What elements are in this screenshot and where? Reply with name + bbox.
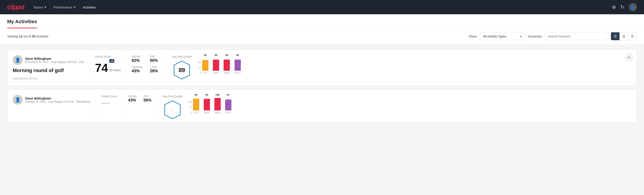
round-score-value: 74 +4 18 Holes — [95, 59, 121, 74]
score-holes: 18 Holes — [109, 68, 121, 72]
main-content: ✏ 👤 Dave Billingham December 05, 2021 · … — [0, 48, 644, 134]
hexagon: ... — [162, 100, 182, 120]
shot-quality-section: Avg Shot Quality 89 100 50 0 85OTT90APP8… — [172, 55, 241, 80]
activity-card: ✏ 👤 Dave Billingham December 05, 2021 · … — [7, 50, 637, 86]
bar-wrapper — [214, 97, 221, 110]
bar-value: 90 — [215, 54, 217, 56]
bar-label: OTT — [203, 72, 208, 74]
edit-icon: ✏ — [628, 55, 630, 60]
bar — [234, 60, 241, 71]
bar-value: 87 — [227, 94, 230, 96]
card-divider — [90, 55, 90, 80]
avatar-icon: 👤 — [15, 57, 20, 63]
nav-activities[interactable]: Activities — [83, 5, 96, 9]
activity-type-select[interactable]: All Activity Types — [480, 32, 524, 40]
bar-column: 89PUTT — [234, 54, 241, 74]
bar-value: 93 — [206, 94, 208, 96]
avg-shot-label: Avg Shot Quality — [172, 55, 192, 58]
hexagon-container: Avg Shot Quality ... — [162, 95, 182, 120]
bar-column: 85OTT — [202, 54, 208, 74]
round-score-label: Round Score — [95, 55, 121, 58]
bar-label: ARG — [215, 111, 220, 114]
chart-y-labels: 100 50 0 — [188, 100, 192, 118]
bar-wrapper — [213, 57, 219, 71]
bar-value: 89 — [236, 54, 239, 56]
bar-chart-wrapper: 100 50 0 85OTT90APP89ARG89PUTT — [197, 56, 241, 79]
fw-hit-value: 62% — [132, 58, 142, 63]
card-divider — [126, 55, 126, 80]
bar-wrapper — [224, 57, 230, 71]
up-down-stat: Up/Down 43% — [132, 66, 142, 74]
edit-button[interactable]: ✏ — [625, 53, 633, 61]
bar-column: 106ARG — [214, 94, 221, 114]
list-view-button[interactable]: ☰ — [611, 32, 620, 40]
bar-label: PUTT — [234, 72, 241, 74]
avatar-icon: 👤 — [15, 97, 20, 102]
avg-shot-label: Avg Shot Quality — [163, 95, 182, 98]
activity-card: 👤 Dave Billingham October 16, 2021 · Gog… — [7, 89, 637, 123]
bar — [204, 99, 210, 110]
keyword-input[interactable] — [545, 32, 607, 40]
gir-value: 50% — [150, 58, 161, 63]
bar-wrapper — [193, 97, 199, 110]
chevron-down-icon: ▾ — [634, 6, 636, 9]
stat-pairs: FW Hit 43% GIR 56% — [128, 95, 152, 103]
user-details: Dave Billingham October 16, 2021 · Gog M… — [25, 96, 90, 103]
refresh-icon[interactable]: ↻ — [620, 4, 624, 10]
navbar: clippd Teams ▾ Performance ▾ Activities … — [0, 0, 644, 14]
gir-label: GIR — [144, 95, 152, 98]
nav-links: Teams ▾ Performance ▾ Activities — [33, 5, 603, 9]
score-big: 74 — [95, 62, 108, 74]
logo[interactable]: clippd — [7, 4, 24, 11]
bar-chart: 94OTT93APP106ARG87PUTT — [193, 96, 232, 118]
score-big: — — [102, 99, 110, 107]
bar-column: 93APP — [204, 94, 210, 114]
bar-value: 106 — [216, 94, 220, 96]
chevron-down-icon: ▾ — [74, 5, 76, 9]
user-date: December 05, 2021 · Gog Magog Golf Club … — [25, 60, 84, 64]
bar-value: 85 — [204, 54, 207, 56]
fw-hit-stat: FW Hit 43% — [128, 95, 136, 103]
one-putt-value: 28% — [150, 69, 161, 74]
nav-performance[interactable]: Performance ▾ — [53, 5, 76, 9]
list-detail-view-button[interactable]: ☰ — [628, 32, 637, 40]
bar-label: ARG — [224, 72, 230, 74]
score-badge: +4 — [109, 59, 114, 63]
bar — [213, 60, 219, 71]
shot-quality-section: Avg Shot Quality ... 100 50 0 94OTT93APP… — [162, 95, 232, 120]
bar-wrapper — [234, 57, 241, 71]
stat-pairs: FW Hit 62% GIR 50% Up/Down 43% 1 Putt 28… — [132, 55, 161, 74]
filter-show: Show: All Activity Types — [469, 32, 524, 40]
gir-stat: GIR 50% — [150, 55, 161, 63]
activity-title: Morning round of golf — [13, 68, 84, 74]
add-icon[interactable]: ⊕ — [612, 4, 616, 10]
list-compact-icon: ☰ — [614, 34, 617, 38]
avatar-icon: 👤 — [630, 5, 634, 9]
card-divider — [157, 95, 157, 120]
round-score-section: Round Score — — [102, 95, 117, 107]
activity-type-wrapper: All Activity Types — [480, 32, 524, 40]
bar — [193, 98, 199, 110]
user-details: Dave Billingham December 05, 2021 · Gog … — [25, 57, 84, 64]
grid-view-button[interactable]: ⊞ — [620, 32, 628, 40]
round-score-label: Round Score — [102, 95, 117, 98]
nav-teams[interactable]: Teams ▾ — [33, 5, 46, 9]
gir-label: GIR — [150, 55, 161, 58]
one-putt-stat: 1 Putt 28% — [150, 66, 161, 74]
up-down-label: Up/Down — [132, 66, 142, 69]
bar-column: 90APP — [213, 54, 219, 74]
bar — [202, 60, 208, 71]
bar-value: 89 — [226, 54, 228, 56]
card-divider — [122, 95, 123, 120]
bar-wrapper — [225, 97, 232, 110]
page-header: My Activities — [0, 14, 644, 28]
bar-label: APP — [214, 72, 218, 74]
user-info: 👤 Dave Billingham October 16, 2021 · Gog… — [13, 95, 90, 105]
filter-bar: Viewing 12 out of 29 Activities Show: Al… — [0, 28, 644, 44]
bar-wrapper — [204, 97, 210, 110]
bar — [214, 98, 221, 110]
bar-chart: 85OTT90APP89ARG89PUTT — [202, 56, 241, 79]
bar-label: APP — [204, 111, 209, 114]
user-avatar-card: 👤 — [13, 95, 22, 105]
user-avatar[interactable]: 👤 ▾ — [629, 3, 637, 11]
